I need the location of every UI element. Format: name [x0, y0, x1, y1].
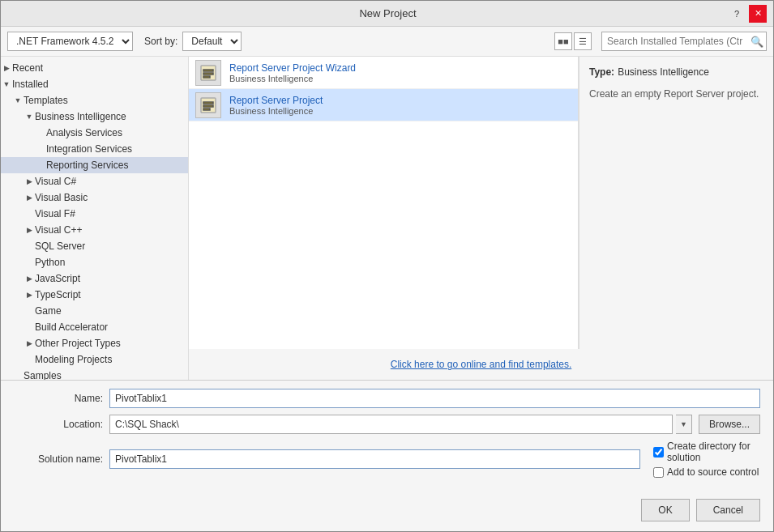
dialog-title: New Project: [48, 7, 728, 19]
sidebar-item-game[interactable]: Game: [1, 303, 188, 319]
search-box[interactable]: 🔍: [601, 32, 767, 51]
type-description: Create an empty Report Server project.: [589, 87, 763, 101]
name-input[interactable]: [109, 389, 760, 408]
create-dir-checkbox[interactable]: [653, 447, 664, 458]
close-button[interactable]: ✕: [749, 5, 767, 23]
sort-label: Sort by:: [144, 36, 177, 47]
sidebar-item-label-integration-services: Integration Services: [46, 143, 132, 155]
project-name-report-server-wizard: Report Server Project Wizard: [229, 62, 571, 74]
sidebar-item-label-recent: Recent: [12, 62, 43, 74]
sidebar-item-templates[interactable]: Templates: [1, 92, 188, 109]
sidebar-item-integration-services[interactable]: Integration Services: [1, 141, 188, 157]
tree-arrow-visual-basic[interactable]: [24, 192, 35, 203]
tree-arrow-business-intelligence[interactable]: [24, 111, 35, 122]
cancel-button[interactable]: Cancel: [696, 499, 760, 521]
help-button[interactable]: ?: [728, 5, 746, 23]
tree-arrow-templates[interactable]: [12, 95, 24, 106]
sidebar-item-visual-f-sharp[interactable]: Visual F#: [1, 206, 188, 222]
project-name-report-server-project: Report Server Project: [229, 95, 571, 106]
name-row: Name:: [14, 389, 760, 408]
source-control-checkbox[interactable]: [653, 467, 664, 478]
tree-arrow-installed[interactable]: [1, 79, 12, 90]
sidebar-item-javascript[interactable]: JavaScript: [1, 270, 188, 287]
framework-select[interactable]: .NET Framework 4.5.2: [7, 32, 133, 51]
tree-arrow-visual-cpp[interactable]: [24, 224, 35, 236]
sidebar-item-label-installed: Installed: [12, 79, 49, 90]
sidebar-item-other-project-types[interactable]: Other Project Types: [1, 335, 188, 351]
title-bar: New Project ? ✕: [1, 1, 773, 27]
sidebar-item-label-reporting-services: Reporting Services: [46, 160, 128, 171]
sidebar: RecentInstalledTemplatesBusiness Intelli…: [1, 57, 189, 380]
svg-rect-6: [203, 105, 213, 107]
location-label: Location:: [14, 419, 103, 430]
source-control-label[interactable]: Add to source control: [653, 466, 760, 478]
sidebar-item-label-modeling-projects: Modeling Projects: [35, 354, 112, 365]
project-info-report-server-wizard: Report Server Project WizardBusiness Int…: [229, 62, 571, 83]
content-area: Report Server Project WizardBusiness Int…: [189, 57, 773, 380]
sidebar-item-business-intelligence[interactable]: Business Intelligence: [1, 109, 188, 125]
create-dir-label[interactable]: Create directory for solution: [653, 440, 760, 463]
location-input-group: ▼: [109, 415, 692, 434]
sort-dropdown[interactable]: Default: [182, 32, 242, 51]
sidebar-item-typescript[interactable]: TypeScript: [1, 287, 188, 303]
solution-name-row: Solution name: Create directory for solu…: [14, 440, 760, 478]
sidebar-item-visual-cpp[interactable]: Visual C++: [1, 222, 188, 238]
new-project-dialog: New Project ? ✕ .NET Framework 4.5.2 Sor…: [0, 0, 774, 532]
location-row: Location: ▼ Browse...: [14, 415, 760, 434]
project-item-report-server-project[interactable]: Report Server ProjectBusiness Intelligen…: [189, 89, 578, 121]
svg-rect-2: [203, 73, 213, 74]
type-row: Type: Business Intelligence: [589, 66, 763, 81]
ok-button[interactable]: OK: [641, 499, 689, 521]
sidebar-item-analysis-services[interactable]: Analysis Services: [1, 125, 188, 141]
sidebar-item-sql-server[interactable]: SQL Server: [1, 238, 188, 254]
location-input[interactable]: [109, 415, 673, 434]
sidebar-item-label-other-project-types: Other Project Types: [35, 338, 121, 349]
project-category-report-server-wizard: Business Intelligence: [229, 74, 571, 83]
search-icon[interactable]: 🔍: [748, 32, 766, 50]
project-icon-report-server-wizard: [195, 60, 221, 86]
svg-rect-3: [203, 76, 210, 78]
type-label: Type:: [589, 66, 614, 78]
tree-arrow-other-project-types[interactable]: [24, 338, 35, 349]
sidebar-item-label-analysis-services: Analysis Services: [46, 127, 122, 138]
sidebar-item-label-business-intelligence: Business Intelligence: [35, 111, 126, 122]
location-dropdown-btn[interactable]: ▼: [676, 415, 692, 434]
sidebar-item-label-visual-cpp: Visual C++: [35, 224, 82, 236]
sidebar-item-visual-c-sharp[interactable]: Visual C#: [1, 173, 188, 189]
search-input[interactable]: [602, 32, 748, 50]
sidebar-item-label-javascript: JavaScript: [35, 273, 80, 284]
sidebar-item-build-accelerator[interactable]: Build Accelerator: [1, 319, 188, 335]
project-item-report-server-wizard[interactable]: Report Server Project WizardBusiness Int…: [189, 57, 578, 89]
sidebar-item-python[interactable]: Python: [1, 254, 188, 270]
sidebar-item-label-visual-f-sharp: Visual F#: [35, 208, 75, 219]
online-link[interactable]: Click here to go online and find templat…: [189, 349, 773, 380]
name-label: Name:: [14, 393, 103, 404]
solution-name-input[interactable]: [109, 449, 640, 469]
framework-dropdown[interactable]: .NET Framework 4.5.2: [7, 32, 133, 51]
sidebar-item-label-visual-basic: Visual Basic: [35, 192, 88, 203]
tree-arrow-recent[interactable]: [1, 62, 12, 74]
sidebar-item-label-templates: Templates: [24, 95, 68, 106]
sidebar-item-modeling-projects[interactable]: Modeling Projects: [1, 351, 188, 368]
browse-button[interactable]: Browse...: [699, 415, 760, 434]
bottom-form: Name: Location: ▼ Browse... Solution nam…: [1, 380, 773, 492]
type-value: Business Intelligence: [618, 66, 709, 78]
tree-arrow-typescript[interactable]: [24, 289, 35, 300]
sidebar-item-installed[interactable]: Installed: [1, 76, 188, 92]
main-area: RecentInstalledTemplatesBusiness Intelli…: [1, 57, 773, 380]
tree-arrow-javascript[interactable]: [24, 273, 35, 284]
sidebar-item-label-build-accelerator: Build Accelerator: [35, 321, 108, 333]
sidebar-item-reporting-services[interactable]: Reporting Services: [1, 157, 188, 173]
toolbar: .NET Framework 4.5.2 Sort by: Default ■■…: [1, 27, 773, 57]
grid-view-button[interactable]: ■■: [554, 32, 572, 50]
svg-rect-5: [203, 102, 213, 104]
sidebar-item-recent[interactable]: Recent: [1, 60, 188, 76]
sidebar-item-visual-basic[interactable]: Visual Basic: [1, 189, 188, 206]
project-category-report-server-project: Business Intelligence: [229, 106, 571, 116]
sidebar-item-label-python: Python: [35, 257, 65, 268]
solution-name-label: Solution name:: [14, 453, 103, 465]
tree-arrow-visual-c-sharp[interactable]: [24, 176, 35, 187]
sidebar-item-samples[interactable]: Samples: [1, 368, 188, 380]
svg-rect-7: [203, 109, 210, 110]
list-view-button[interactable]: ☰: [574, 32, 592, 50]
